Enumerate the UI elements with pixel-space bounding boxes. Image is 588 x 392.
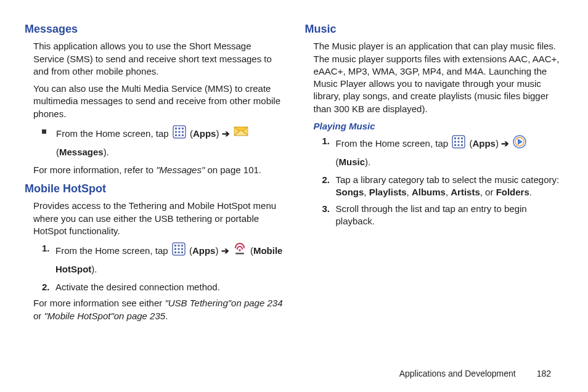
svg-rect-1: [175, 128, 177, 129]
pl3-text: Scroll through the list and tap an entry…: [336, 203, 564, 228]
svg-rect-9: [182, 134, 184, 136]
messages-ref: For more information, refer to "Messages…: [25, 164, 284, 176]
svg-rect-4: [175, 131, 177, 133]
messages-icon: [234, 126, 248, 142]
hotspot-ref: For more information see either "USB Tet…: [25, 297, 284, 322]
svg-rect-35: [461, 144, 463, 146]
hsref-a: For more information see either: [33, 298, 165, 308]
arrow-icon: ➔: [222, 128, 230, 139]
footer-page-number: 182: [537, 369, 551, 378]
playing-li3: 3. Scroll through the list and tap an en…: [322, 203, 564, 228]
bullet-pre: From the Home screen, tap: [56, 128, 171, 139]
apps-label: Apps: [192, 245, 216, 256]
apps-label: Apps: [193, 128, 216, 139]
ref-post: on page 101.: [205, 165, 261, 175]
svg-rect-5: [178, 131, 180, 133]
hotspot-li1: 1. From the Home screen, tap (Apps) ➔ (M…: [42, 242, 284, 277]
footer-section: Applications and Development: [399, 369, 516, 378]
page-footer: Applications and Development 182: [399, 368, 551, 380]
num-2: 2.: [42, 281, 55, 293]
playing-li1: 1. From the Home screen, tap (Apps) ➔ (M…: [322, 135, 564, 170]
cat-folders: Folders: [496, 187, 529, 197]
cat-artists: Artists: [451, 187, 480, 197]
pl2-pre: Tap a library category tab to select the…: [336, 174, 560, 185]
subheading-playing-music: Playing Music: [305, 120, 564, 133]
svg-rect-3: [182, 128, 184, 129]
svg-rect-25: [235, 253, 244, 255]
svg-rect-19: [178, 248, 179, 250]
svg-rect-23: [181, 251, 183, 253]
apps-icon: [172, 242, 186, 261]
arrow-icon: ➔: [221, 245, 229, 256]
hsref-c: or: [33, 311, 44, 321]
svg-rect-20: [181, 248, 183, 250]
svg-rect-17: [181, 245, 183, 247]
playing-list: 1. From the Home screen, tap (Apps) ➔ (M…: [305, 135, 564, 227]
svg-rect-8: [178, 134, 180, 136]
left-column: Messages This application allows you to …: [25, 22, 284, 327]
pl1-pre: From the Home screen, tap: [336, 138, 451, 149]
heading-messages: Messages: [25, 22, 284, 36]
hotspot-icon: [233, 243, 247, 260]
music-label: Music: [339, 157, 365, 167]
music-icon: [513, 135, 526, 153]
hotspot-li2: 2. Activate the desired connection metho…: [42, 281, 284, 293]
apps-icon: [173, 125, 186, 144]
heading-music: Music: [305, 22, 564, 36]
svg-rect-27: [454, 137, 456, 139]
svg-rect-29: [461, 137, 463, 139]
cat-playlists: Playlists: [369, 187, 407, 197]
right-column: Music The Music player is an application…: [305, 22, 564, 327]
num-3: 3.: [322, 203, 336, 215]
heading-hotspot: Mobile HotSpot: [25, 181, 284, 196]
num-1: 1.: [322, 135, 336, 147]
cat-albums: Albums: [412, 187, 446, 197]
svg-rect-33: [454, 144, 456, 146]
bullet-icon: [42, 129, 46, 134]
messages-p1: This application allows you to use the S…: [25, 40, 284, 78]
messages-label: Messages: [59, 147, 104, 157]
li1-pre: From the Home screen, tap: [55, 245, 171, 256]
svg-rect-16: [178, 245, 179, 247]
playing-li2: 2. Tap a library category tab to select …: [322, 174, 564, 199]
svg-rect-15: [174, 245, 176, 247]
hsref-d: "Mobile HotSpot"on page 235: [44, 311, 166, 321]
hotspot-p1: Provides access to the Tethering and Mob…: [25, 200, 284, 237]
messages-bullet: From the Home screen, tap (Apps) ➔ (Mess…: [25, 125, 284, 160]
num-2: 2.: [322, 174, 336, 186]
apps-label: Apps: [472, 138, 496, 149]
li2-text: Activate the desired connection method.: [55, 281, 284, 293]
svg-rect-32: [461, 141, 463, 143]
svg-rect-28: [458, 137, 460, 139]
hsref-b: "USB Tethering"on page 234: [165, 298, 282, 308]
cat-or: , or: [480, 187, 496, 197]
svg-rect-2: [178, 128, 180, 129]
music-p1: The Music player is an application that …: [305, 40, 564, 115]
svg-rect-22: [178, 251, 179, 253]
hotspot-list: 1. From the Home screen, tap (Apps) ➔ (M…: [25, 242, 284, 293]
arrow-icon: ➔: [501, 138, 509, 149]
svg-point-24: [239, 249, 241, 251]
ref-link: "Messages": [156, 165, 205, 175]
svg-rect-31: [458, 141, 460, 143]
svg-rect-30: [454, 141, 456, 143]
ref-pre: For more information, refer to: [33, 165, 156, 175]
cat-songs: Songs: [336, 187, 364, 197]
svg-rect-7: [175, 134, 177, 136]
apps-icon: [452, 135, 465, 153]
messages-p2: You can also use the Multi Media Service…: [25, 83, 284, 120]
svg-rect-6: [182, 131, 184, 133]
svg-rect-21: [174, 251, 176, 253]
svg-rect-34: [458, 144, 460, 146]
svg-rect-18: [174, 248, 176, 250]
num-1: 1.: [42, 242, 55, 255]
